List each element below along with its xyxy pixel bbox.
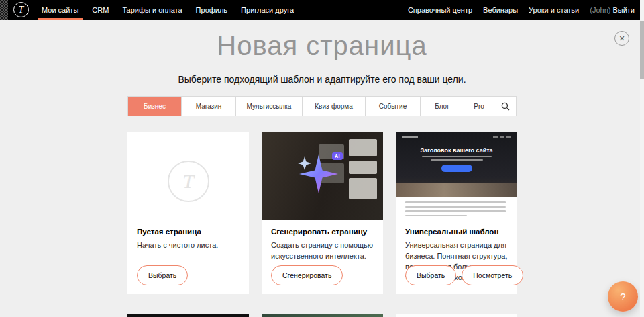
preview-block: [349, 161, 377, 174]
tab-shop[interactable]: Магазин: [181, 97, 235, 116]
preview-universal-button[interactable]: Посмотреть: [462, 265, 523, 285]
template-card-partial[interactable]: [262, 314, 383, 317]
card-title: Универсальный шаблон: [405, 228, 511, 236]
template-preview-image: Заголовок вашего сайта: [396, 132, 517, 197]
preview-text-line: [431, 159, 483, 161]
nav-my-sites[interactable]: Мои сайты: [35, 0, 85, 20]
card-info: Сгенерировать страницу Создать страницу …: [271, 228, 376, 262]
scrollbar-thumb[interactable]: [640, 21, 644, 79]
page-subtitle: Выберите подходящий шаблон и адаптируйте…: [0, 74, 644, 85]
card-info: Пустая страница Начать с чистого листа.: [137, 228, 242, 251]
preview-menu-bars: [493, 136, 511, 138]
preview-photo: [396, 183, 517, 197]
preview-text-line: [405, 210, 506, 212]
tab-business[interactable]: Бизнес: [128, 97, 181, 116]
tab-blog[interactable]: Блог: [420, 97, 464, 116]
nav-lessons-articles[interactable]: Уроки и статьи: [523, 6, 584, 14]
tab-multilink[interactable]: Мультиссылка: [235, 97, 302, 116]
nav-pricing[interactable]: Тарифы и оплата: [115, 0, 189, 20]
nav-invite-friend[interactable]: Пригласи друга: [234, 0, 301, 20]
preview-logo-bar: [402, 136, 418, 138]
tilda-watermark-icon: T: [168, 161, 209, 202]
preview-ui-blocks: [349, 139, 377, 203]
preview-text-line: [405, 201, 506, 203]
card-actions: Выбрать Посмотреть: [405, 265, 523, 285]
generate-button[interactable]: Сгенерировать: [271, 265, 343, 285]
watermark-letter: T: [182, 170, 194, 193]
card-description: Создать страницу с помощью искусственног…: [271, 240, 376, 262]
nav-profile[interactable]: Профиль: [189, 0, 235, 20]
tab-quiz-form[interactable]: Квиз-форма: [302, 97, 365, 116]
new-page-modal: T Мои сайты CRM Тарифы и оплата Профиль …: [0, 0, 644, 317]
page-title: Новая страница: [0, 31, 644, 61]
preview-text-line: [405, 206, 506, 208]
scrollbar-track[interactable]: [640, 0, 644, 317]
ai-badge: AI: [332, 152, 343, 160]
card-actions: Выбрать: [137, 265, 188, 285]
search-icon: [501, 102, 510, 111]
template-category-tabs: Бизнес Магазин Мультиссылка Квиз-форма С…: [127, 96, 517, 116]
preview-text-line: [422, 156, 492, 157]
template-card-generate: AI Сгенерировать страницу Создать страни…: [262, 132, 383, 294]
secondary-nav: Справочный центр Вебинары Уроки и статьи…: [402, 0, 644, 20]
nav-crm[interactable]: CRM: [85, 0, 115, 20]
preview-text-section: [396, 197, 517, 220]
ai-preview-image: AI: [262, 132, 383, 220]
card-title: Сгенерировать страницу: [271, 228, 376, 236]
template-card-universal: Заголовок вашего сайта Универсальный шаб…: [396, 132, 517, 294]
template-card-partial[interactable]: [127, 314, 249, 317]
preview-block: [349, 139, 377, 156]
help-button[interactable]: ?: [608, 281, 638, 312]
preview-cta-button: [441, 165, 472, 172]
preview-heading: Заголовок вашего сайта: [396, 147, 517, 154]
card-description: Начать с чистого листа.: [137, 240, 242, 251]
choose-blank-button[interactable]: Выбрать: [137, 265, 188, 285]
tilda-logo-icon[interactable]: T: [13, 2, 29, 17]
user-name: (John): [590, 6, 610, 14]
template-card-blank: T Пустая страница Начать с чистого листа…: [127, 132, 249, 294]
main-nav: Мои сайты CRM Тарифы и оплата Профиль Пр…: [35, 0, 301, 20]
top-navigation-bar: T Мои сайты CRM Тарифы и оплата Профиль …: [0, 0, 644, 20]
card-actions: Сгенерировать: [271, 265, 343, 285]
preview-text-line: [405, 215, 467, 217]
preview-block: [349, 178, 377, 199]
card-title: Пустая страница: [137, 228, 242, 236]
logout-link[interactable]: Выйти: [612, 6, 635, 14]
choose-universal-button[interactable]: Выбрать: [405, 265, 456, 285]
tab-search[interactable]: [494, 97, 516, 116]
decorative-pattern: [0, 0, 8, 20]
nav-help-center[interactable]: Справочный центр: [402, 6, 478, 14]
nav-webinars[interactable]: Вебинары: [478, 6, 523, 14]
preview-header: [396, 132, 517, 138]
question-mark-icon: ?: [620, 291, 625, 302]
template-card-partial[interactable]: [396, 314, 517, 317]
tab-event[interactable]: Событие: [365, 97, 420, 116]
tab-pro[interactable]: Pro: [464, 97, 494, 116]
